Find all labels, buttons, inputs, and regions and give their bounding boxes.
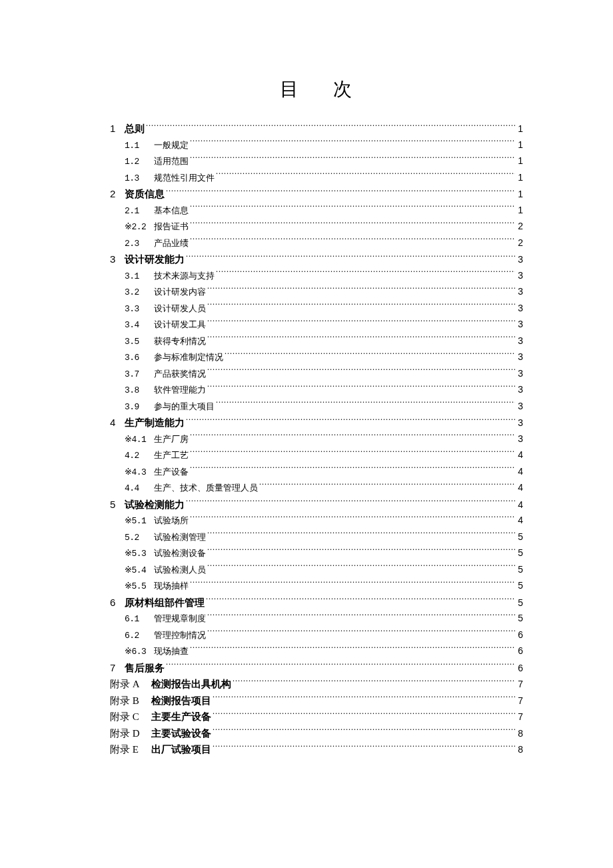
toc-entry-number: 3.8: [125, 383, 154, 399]
toc-leader-dots: [213, 695, 515, 704]
table-of-contents: 1总则11.1一般规定11.2适用范围11.3规范性引用文件12资质信息12.1…: [110, 121, 523, 758]
toc-entry-number: 3.6: [125, 350, 154, 366]
toc-entry-number: 1.1: [125, 138, 154, 154]
toc-entry-label: 软件管理能力: [154, 382, 206, 398]
toc-entry-page: 4: [516, 480, 523, 496]
toc-entry-page: 1: [516, 137, 523, 153]
toc-entry-number: 6.2: [125, 628, 154, 644]
toc-entry-label: 基本信息: [154, 203, 189, 219]
toc-entry-number: 2.3: [125, 236, 154, 252]
toc-entry: 1.2适用范围1: [110, 153, 523, 170]
toc-entry: 3.8软件管理能力3: [110, 382, 523, 399]
toc-entry: 4.4生产、技术、质量管理人员4: [110, 480, 523, 497]
toc-entry: 3.5获得专利情况3: [110, 333, 523, 350]
toc-entry-label: 管理规章制度: [154, 611, 206, 627]
toc-entry: 附录 C主要生产设备7: [110, 709, 523, 725]
toc-entry-label: 产品获奖情况: [154, 366, 206, 382]
toc-entry: 1总则1: [110, 121, 523, 137]
toc-entry-label: 生产制造能力: [125, 415, 185, 431]
toc-entry-label: 报告证书: [154, 219, 189, 235]
toc-entry-label: 设计研发人员: [154, 301, 206, 317]
toc-entry: 2.1基本信息1: [110, 203, 523, 219]
toc-entry: 4.2生产工艺4: [110, 447, 523, 464]
toc-entry: ※4.3生产设备4: [110, 464, 523, 481]
toc-leader-dots: [190, 645, 515, 654]
toc-entry-number: 附录 B: [110, 693, 151, 709]
toc-entry-page: 1: [516, 121, 523, 137]
toc-entry: 5试验检测能力4: [110, 497, 523, 513]
title-char-1: 目: [280, 79, 300, 99]
toc-entry-page: 4: [516, 464, 523, 480]
toc-entry: ※2.2报告证书2: [110, 219, 523, 235]
toc-entry: 3.1技术来源与支持3: [110, 268, 523, 285]
toc-entry-number: 3.9: [125, 399, 154, 415]
toc-entry-label: 一般规定: [154, 137, 189, 153]
toc-entry-page: 1: [516, 187, 523, 203]
toc-entry-label: 设计研发能力: [125, 251, 185, 267]
toc-entry-page: 3: [516, 252, 523, 268]
toc-leader-dots: [190, 580, 515, 589]
toc-leader-dots: [207, 531, 515, 540]
toc-entry-page: 3: [516, 349, 523, 365]
toc-leader-dots: [186, 253, 515, 263]
toc-entry-label: 试验检测设备: [154, 545, 206, 561]
toc-entry-page: 7: [516, 677, 523, 693]
toc-entry-number: ※5.3: [125, 546, 154, 562]
toc-entry-label: 试验检测管理: [154, 529, 206, 545]
toc-leader-dots: [233, 678, 515, 687]
toc-entry-page: 3: [516, 366, 523, 382]
toc-entry: 6.1管理规章制度5: [110, 611, 523, 627]
toc-entry-number: 1: [110, 121, 125, 137]
toc-leader-dots: [207, 303, 515, 311]
toc-entry: ※5.5现场抽样5: [110, 578, 523, 595]
toc-entry-label: 资质信息: [125, 186, 165, 202]
toc-entry-page: 7: [516, 709, 523, 725]
toc-leader-dots: [213, 743, 515, 753]
toc-entry: 6原材料组部件管理5: [110, 595, 523, 611]
toc-entry-page: 8: [516, 742, 523, 758]
title-char-2: 次: [333, 79, 353, 99]
toc-leader-dots: [213, 727, 515, 737]
toc-leader-dots: [259, 482, 515, 491]
toc-entry: ※4.1生产厂房3: [110, 431, 523, 448]
toc-leader-dots: [216, 270, 515, 279]
toc-entry-number: ※6.3: [125, 644, 154, 660]
toc-leader-dots: [207, 629, 515, 638]
toc-entry-page: 3: [516, 301, 523, 317]
toc-entry-page: 4: [516, 513, 523, 529]
toc-leader-dots: [207, 286, 515, 295]
toc-entry-number: ※5.5: [125, 579, 154, 595]
toc-entry-number: 6: [110, 595, 125, 611]
toc-entry-label: 生产设备: [154, 464, 189, 480]
toc-entry-number: 3.5: [125, 334, 154, 350]
toc-entry: 1.3规范性引用文件1: [110, 170, 523, 187]
toc-entry: 附录 E出厂试验项目8: [110, 741, 523, 758]
toc-entry-number: 3.7: [125, 367, 154, 383]
toc-leader-dots: [190, 449, 515, 458]
toc-leader-dots: [190, 205, 515, 213]
toc-leader-dots: [207, 564, 515, 573]
toc-entry: 3.4设计研发工具3: [110, 317, 523, 333]
toc-leader-dots: [166, 187, 515, 197]
toc-entry-label: 生产、技术、质量管理人员: [154, 480, 258, 496]
toc-entry: 附录 A检测报告出具机构7: [110, 676, 523, 693]
toc-entry-label: 参与标准制定情况: [154, 349, 223, 365]
toc-leader-dots: [190, 139, 515, 148]
toc-entry-label: 现场抽查: [154, 643, 189, 659]
toc-entry-number: 5.2: [125, 530, 154, 546]
toc-leader-dots: [186, 498, 515, 508]
toc-leader-dots: [190, 155, 515, 164]
toc-leader-dots: [207, 368, 515, 377]
toc-entry-page: 1: [516, 170, 523, 186]
toc-leader-dots: [190, 221, 515, 229]
toc-entry-number: 6.1: [125, 611, 154, 627]
toc-entry-number: 附录 C: [110, 709, 151, 725]
toc-leader-dots: [207, 613, 515, 621]
toc-entry: 4生产制造能力3: [110, 415, 523, 431]
toc-entry: 3.2设计研发内容3: [110, 284, 523, 301]
toc-entry: 1.1一般规定1: [110, 137, 523, 154]
toc-entry-page: 6: [516, 643, 523, 659]
toc-entry-page: 6: [516, 627, 523, 643]
toc-leader-dots: [213, 711, 515, 720]
toc-entry-page: 4: [516, 497, 523, 513]
